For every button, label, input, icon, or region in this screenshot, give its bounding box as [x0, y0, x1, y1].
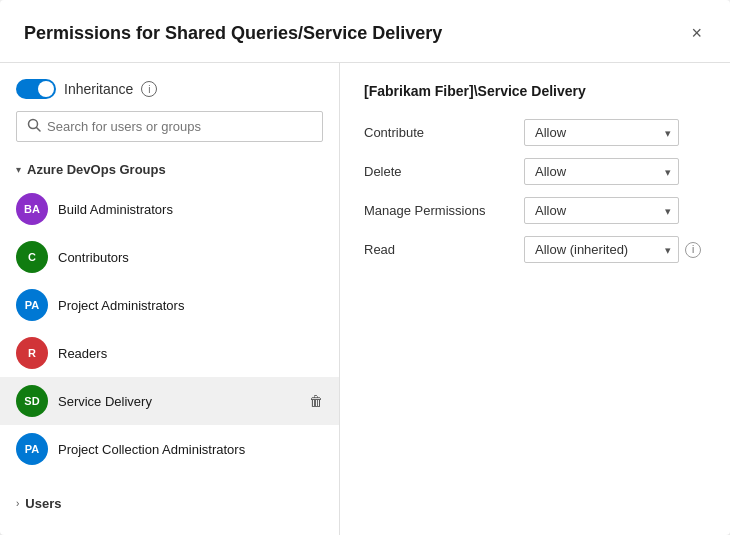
- dialog-header: Permissions for Shared Queries/Service D…: [0, 0, 730, 63]
- entity-title: [Fabrikam Fiber]\Service Delivery: [364, 83, 706, 99]
- group-item-project-admins[interactable]: PA Project Administrators: [0, 281, 339, 329]
- permissions-dialog: Permissions for Shared Queries/Service D…: [0, 0, 730, 535]
- azure-devops-groups-label: Azure DevOps Groups: [27, 162, 166, 177]
- permission-dropdown-contribute[interactable]: AllowDenyNot set: [524, 119, 679, 146]
- toggle-thumb: [38, 81, 54, 97]
- avatar-project-admins: PA: [16, 289, 48, 321]
- search-box: [16, 111, 323, 142]
- permission-info-icon[interactable]: i: [685, 242, 701, 258]
- group-name-service-delivery: Service Delivery: [58, 394, 299, 409]
- avatar-project-collection-admins: PA: [16, 433, 48, 465]
- close-button[interactable]: ×: [687, 20, 706, 46]
- group-item-project-collection-admins[interactable]: PA Project Collection Administrators: [0, 425, 339, 473]
- avatar-contributors: C: [16, 241, 48, 273]
- inheritance-toggle[interactable]: [16, 79, 56, 99]
- permission-name-manage-permissions: Manage Permissions: [364, 203, 524, 218]
- permission-row-delete: Delete AllowDenyNot set: [364, 158, 706, 185]
- azure-devops-groups-header[interactable]: ▾ Azure DevOps Groups: [0, 154, 339, 185]
- toggle-track: [16, 79, 56, 99]
- dialog-body: Inheritance i ▾ Azure DevOps Groups: [0, 63, 730, 535]
- group-item-build-admins[interactable]: BA Build Administrators: [0, 185, 339, 233]
- avatar-service-delivery: SD: [16, 385, 48, 417]
- permission-select-read: Allow (inherited)AllowDenyNot set: [524, 236, 679, 263]
- avatar-build-admins: BA: [16, 193, 48, 225]
- group-item-service-delivery[interactable]: SD Service Delivery 🗑: [0, 377, 339, 425]
- permission-select-delete: AllowDenyNot set: [524, 158, 679, 185]
- svg-line-1: [37, 128, 41, 132]
- group-name-readers: Readers: [58, 346, 323, 361]
- users-label: Users: [25, 496, 61, 511]
- avatar-readers: R: [16, 337, 48, 369]
- right-panel: [Fabrikam Fiber]\Service Delivery Contri…: [340, 63, 730, 535]
- permission-name-delete: Delete: [364, 164, 524, 179]
- inheritance-info-icon[interactable]: i: [141, 81, 157, 97]
- group-item-readers[interactable]: R Readers: [0, 329, 339, 377]
- group-item-contributors[interactable]: C Contributors: [0, 233, 339, 281]
- users-section-header[interactable]: › Users: [0, 488, 339, 519]
- permissions-list: Contribute AllowDenyNot set Delete Allow…: [364, 119, 706, 263]
- permission-dropdown-delete[interactable]: AllowDenyNot set: [524, 158, 679, 185]
- delete-icon[interactable]: 🗑: [309, 393, 323, 409]
- group-list: BA Build Administrators C Contributors P…: [0, 185, 339, 473]
- dialog-title: Permissions for Shared Queries/Service D…: [24, 23, 442, 44]
- group-name-project-collection-admins: Project Collection Administrators: [58, 442, 323, 457]
- permission-dropdown-read[interactable]: Allow (inherited)AllowDenyNot set: [524, 236, 679, 263]
- group-name-contributors: Contributors: [58, 250, 323, 265]
- search-icon: [27, 118, 41, 135]
- chevron-down-icon: ▾: [16, 164, 21, 175]
- group-name-build-admins: Build Administrators: [58, 202, 323, 217]
- left-panel: Inheritance i ▾ Azure DevOps Groups: [0, 63, 340, 535]
- inheritance-row: Inheritance i: [0, 79, 339, 111]
- azure-devops-groups-section: ▾ Azure DevOps Groups BA Build Administr…: [0, 154, 339, 488]
- users-chevron-icon: ›: [16, 498, 19, 509]
- permission-row-contribute: Contribute AllowDenyNot set: [364, 119, 706, 146]
- permission-name-contribute: Contribute: [364, 125, 524, 140]
- permission-select-contribute: AllowDenyNot set: [524, 119, 679, 146]
- permission-name-read: Read: [364, 242, 524, 257]
- permission-dropdown-manage-permissions[interactable]: AllowDenyNot set: [524, 197, 679, 224]
- permission-row-manage-permissions: Manage Permissions AllowDenyNot set: [364, 197, 706, 224]
- inheritance-label: Inheritance: [64, 81, 133, 97]
- group-name-project-admins: Project Administrators: [58, 298, 323, 313]
- search-input[interactable]: [47, 119, 312, 134]
- permission-row-read: Read Allow (inherited)AllowDenyNot set i: [364, 236, 706, 263]
- permission-select-manage-permissions: AllowDenyNot set: [524, 197, 679, 224]
